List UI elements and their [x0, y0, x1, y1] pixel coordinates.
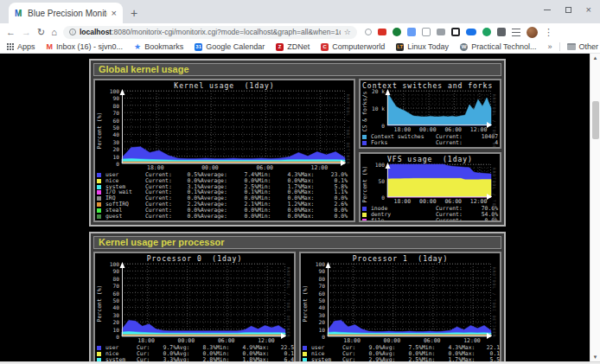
- chart-panel-processor-0[interactable]: Processor 0 (1day) Percent (%) 010203040…: [93, 252, 296, 364]
- other-bookmarks[interactable]: Other bookmarks: [567, 42, 600, 51]
- legend-label: file: [371, 218, 436, 222]
- chart-plot: [387, 91, 491, 125]
- puzzle-extensions-icon[interactable]: [497, 28, 506, 36]
- y-axis-label: Percent (%): [303, 264, 310, 343]
- legend-col-label: Current:: [436, 140, 469, 146]
- legend-swatch: [362, 213, 367, 217]
- close-window-icon[interactable]: ×: [586, 6, 591, 14]
- legend-col-label: Average:: [201, 214, 233, 220]
- x-axis-ticks: 18:0000:0006:0012:00: [387, 197, 491, 204]
- legend-value: 0.0%: [278, 214, 301, 220]
- gmail-icon: M: [47, 42, 54, 51]
- bookmark-bookmarks[interactable]: ★ Bookmarks: [134, 42, 183, 51]
- info-icon[interactable]: i: [69, 29, 76, 35]
- legend-swatch: [303, 346, 307, 350]
- url-text: localhost:8080/monitorix-cgi/monitorix.c…: [80, 28, 341, 36]
- legend-col-label: Current:: [436, 218, 469, 222]
- rrdtool-watermark: RRDTOOL / TOBI OETIKER: [491, 91, 498, 132]
- reload-icon[interactable]: ↻: [37, 28, 45, 37]
- chart-panel-kernel-usage[interactable]: Kernel usage (1day) Percent (%) 01020304…: [93, 79, 355, 222]
- bookmarks-overflow-icon[interactable]: »: [548, 42, 552, 51]
- section-global-kernel-usage: Global kernel usage Kernel usage (1day) …: [89, 59, 506, 227]
- apps-grid-icon: [7, 43, 14, 50]
- tab-monitorix[interactable]: M M Blue Precision Monitorix ×: [9, 3, 123, 23]
- globe-extension-icon[interactable]: [393, 28, 401, 36]
- scrollbar-up-icon[interactable]: ▲: [590, 54, 600, 62]
- y-axis-label: CS & forks/s: [362, 91, 370, 132]
- bookmarks-bar: Apps M Inbox (16) - sjvn0... ★ Bookmarks…: [0, 41, 600, 54]
- back-icon[interactable]: ←: [6, 28, 16, 37]
- browser-toolbar: ← → ↻ ⌂ i localhost:8080/monitorix-cgi/m…: [0, 23, 600, 41]
- monitorix-favicon-icon: M M: [15, 9, 23, 18]
- chart-panel-vfs-usage[interactable]: VFS usage (1day) Percent (%) 050100 18:0…: [359, 152, 501, 222]
- chart-title: Processor 0 (1day): [97, 255, 292, 264]
- profile-avatar[interactable]: [527, 27, 538, 38]
- bookmark-practical-technology[interactable]: W Practical Technol...: [460, 42, 536, 51]
- minimize-icon[interactable]: [544, 10, 551, 10]
- legend-col-label: Max:: [301, 214, 322, 220]
- legend-col-label: Min:: [258, 214, 278, 220]
- legend-swatch: [97, 185, 101, 189]
- forward-icon[interactable]: →: [22, 28, 31, 37]
- legend-value: 0.0%: [322, 214, 348, 220]
- new-tab-button[interactable]: +: [131, 6, 137, 20]
- legend-swatch: [97, 202, 101, 207]
- browser-window: M M Blue Precision Monitorix × + × ← → ↻…: [0, 0, 600, 364]
- legend-swatch: [362, 207, 367, 211]
- extension-icons: ⋮: [365, 27, 553, 38]
- legend-row: guestCurrent:0.0%Average:0.0%Min:0.0%Max…: [97, 214, 352, 220]
- chart-legend: inodeCurrent:70.6%dentryCurrent:54.0%fil…: [362, 206, 498, 222]
- x-axis-ticks: 18:0000:0006:0012:00: [387, 125, 491, 132]
- legend-value: 0.0%: [176, 214, 201, 220]
- square-extension-icon[interactable]: [451, 28, 460, 36]
- bookmark-google-calendar[interactable]: 31 Google Calendar: [195, 42, 265, 51]
- scrollbar-down-icon[interactable]: ▼: [590, 353, 600, 361]
- legend-swatch: [303, 352, 307, 356]
- home-icon[interactable]: ⌂: [51, 28, 57, 37]
- chart-panel-context-switches[interactable]: Context switches and forks (1day) CS & f…: [359, 79, 501, 149]
- pages-extension-icon[interactable]: [407, 28, 416, 36]
- bookmark-apps[interactable]: Apps: [7, 42, 35, 51]
- meet-extension-icon[interactable]: [466, 29, 476, 35]
- search-extension-icon[interactable]: [365, 29, 372, 35]
- chart-plot: [122, 91, 345, 163]
- maximize-icon[interactable]: [565, 7, 571, 13]
- y-axis-ticks: 050100: [370, 164, 387, 204]
- star-icon: ★: [134, 42, 141, 51]
- legend-swatch: [97, 346, 101, 350]
- cast-extension-icon[interactable]: [437, 29, 445, 35]
- bookmark-star-icon[interactable]: ☆: [344, 28, 351, 36]
- list-extension-icon[interactable]: [512, 29, 520, 36]
- wordpress-icon: W: [460, 43, 468, 51]
- legend-swatch: [97, 352, 101, 356]
- box-extension-icon[interactable]: [422, 28, 431, 36]
- bookmark-zdnet[interactable]: Z ZDNet: [276, 42, 310, 51]
- tab-close-icon[interactable]: ×: [112, 9, 117, 18]
- y-axis-label: Percent (%): [362, 164, 370, 204]
- bookmark-inbox[interactable]: M Inbox (16) - sjvn0...: [47, 42, 124, 51]
- legend-label: guest: [105, 214, 145, 220]
- legend-swatch: [97, 214, 101, 219]
- legend-swatch: [362, 141, 367, 145]
- chart-plot: [328, 264, 491, 336]
- scrollbar-thumb[interactable]: [592, 101, 599, 139]
- address-bar[interactable]: i localhost:8080/monitorix-cgi/monitorix…: [63, 26, 357, 39]
- y-axis-ticks: 010 k20 k: [370, 91, 387, 132]
- x-axis-ticks: 18:0000:0006:0012:00: [328, 336, 491, 343]
- y-axis-label: Percent (%): [97, 264, 105, 343]
- vertical-scrollbar[interactable]: ▲ ▼: [590, 54, 600, 364]
- menu-icon[interactable]: ⋮: [544, 28, 553, 37]
- chart-legend: userCurrent:0.5%Average:7.4%Min:4.3%Max:…: [97, 172, 352, 219]
- legend-col-label: Current:: [145, 214, 176, 220]
- bookmark-linux-today[interactable]: LT Linux Today: [396, 42, 449, 51]
- legend-swatch: [97, 173, 101, 177]
- evernote-extension-icon[interactable]: [482, 28, 491, 36]
- tab-strip: M M Blue Precision Monitorix × + ×: [0, 0, 600, 23]
- chart-panel-processor-1[interactable]: Processor 1 (1day) Percent (%) 010203040…: [299, 252, 501, 364]
- legend-swatch: [362, 219, 367, 222]
- tab-title: Blue Precision Monitorix: [28, 9, 107, 18]
- chart-plot: [122, 264, 285, 336]
- bookmark-computerworld[interactable]: C Computerworld: [321, 42, 385, 51]
- mail-extension-icon[interactable]: [378, 29, 386, 35]
- rrdtool-watermark: RRDTOOL / TOBI OETIKER: [345, 91, 352, 170]
